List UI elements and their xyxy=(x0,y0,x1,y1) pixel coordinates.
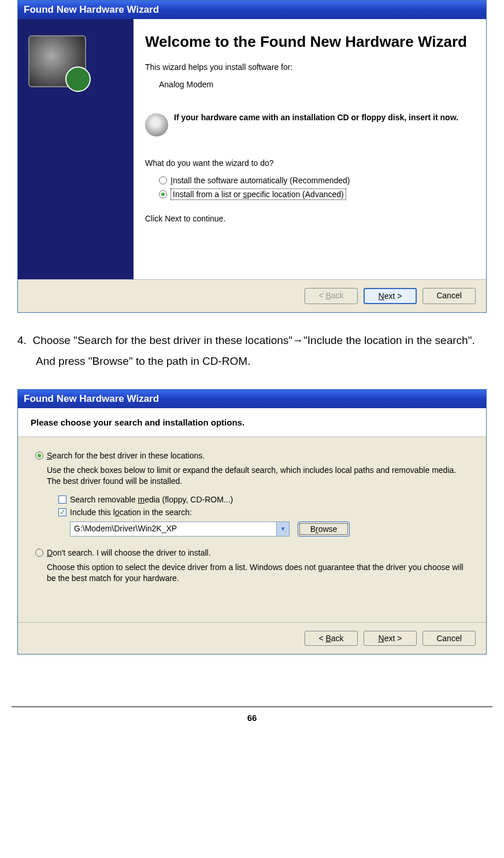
checkbox-removable-media[interactable]: Search removable media (floppy, CD-ROM..… xyxy=(58,495,469,504)
wizard-sidebar xyxy=(18,19,134,279)
step-number: 4. xyxy=(17,334,27,346)
checkbox-label: Search removable media (floppy, CD-ROM..… xyxy=(70,495,233,504)
next-button[interactable]: Next > xyxy=(364,631,417,646)
prompt-text: What do you want the wizard to do? xyxy=(145,158,472,168)
button-row: < Back Next > Cancel xyxy=(18,279,486,312)
button-row: < Back Next > Cancel xyxy=(18,622,486,654)
window-title: Found New Hardware Wizard xyxy=(24,4,159,15)
step-text: Choose "Search for the best driver in th… xyxy=(32,334,475,367)
checkbox-checked-icon xyxy=(58,508,66,516)
cancel-button[interactable]: Cancel xyxy=(423,631,476,646)
back-button[interactable]: < Back xyxy=(305,631,358,646)
hardware-icon xyxy=(28,35,86,87)
checkbox-label: Include this location in the search: xyxy=(70,508,192,517)
radio-label: Install from a list or specific location… xyxy=(171,188,346,200)
location-path[interactable]: G:\Modem\Driver\Win2K_XP xyxy=(71,522,276,536)
cd-note: If your hardware came with an installati… xyxy=(174,112,458,123)
cd-icon xyxy=(145,113,168,136)
radio-search-locations[interactable]: Search for the best driver in these loca… xyxy=(35,451,469,460)
checkbox-unchecked-icon xyxy=(58,495,66,504)
radio-specific-location[interactable]: Install from a list or specific location… xyxy=(159,188,472,200)
window-title: Found New Hardware Wizard xyxy=(24,393,159,404)
radio-icon xyxy=(159,176,167,184)
search-description: Use the check boxes below to limit or ex… xyxy=(47,465,469,487)
instruction-step-4: 4. Choose "Search for the best driver in… xyxy=(17,330,487,372)
subheader-title: Please choose your search and installati… xyxy=(31,417,473,427)
radio-icon-selected xyxy=(35,452,43,460)
wizard-dialog-search-options: Found New Hardware Wizard Please choose … xyxy=(17,389,487,654)
radio-label: Search for the best driver in these loca… xyxy=(47,451,205,460)
intro-text: This wizard helps you install software f… xyxy=(145,62,472,72)
chevron-down-icon: ▼ xyxy=(280,526,286,532)
radio-icon-selected xyxy=(159,190,167,198)
wizard-dialog-welcome: Found New Hardware Wizard Welcome to the… xyxy=(17,0,487,313)
page-number: 66 xyxy=(0,707,504,728)
dropdown-button[interactable]: ▼ xyxy=(276,522,289,536)
next-button[interactable]: Next > xyxy=(364,288,417,304)
titlebar: Found New Hardware Wizard xyxy=(18,1,486,19)
cancel-button[interactable]: Cancel xyxy=(423,288,476,304)
dont-search-description: Choose this option to select the device … xyxy=(47,562,469,584)
radio-icon xyxy=(35,549,43,557)
radio-label: IInstall the software automatically (Rec… xyxy=(171,176,350,185)
location-combobox[interactable]: G:\Modem\Driver\Win2K_XP ▼ xyxy=(70,522,290,537)
radio-label: Don't search. I will choose the driver t… xyxy=(47,548,211,557)
device-name: Analog Modem xyxy=(159,80,472,89)
checkbox-include-location[interactable]: Include this location in the search: xyxy=(58,508,469,517)
radio-dont-search[interactable]: Don't search. I will choose the driver t… xyxy=(35,548,469,557)
radio-auto-install[interactable]: IInstall the software automatically (Rec… xyxy=(159,176,472,185)
back-button: < Back xyxy=(305,288,358,304)
wizard-subheader: Please choose your search and installati… xyxy=(18,408,486,437)
wizard-heading: Welcome to the Found New Hardware Wizard xyxy=(145,33,472,51)
continue-text: Click Next to continue. xyxy=(145,214,472,223)
titlebar: Found New Hardware Wizard xyxy=(18,390,486,408)
browse-button[interactable]: Browse xyxy=(298,522,350,537)
